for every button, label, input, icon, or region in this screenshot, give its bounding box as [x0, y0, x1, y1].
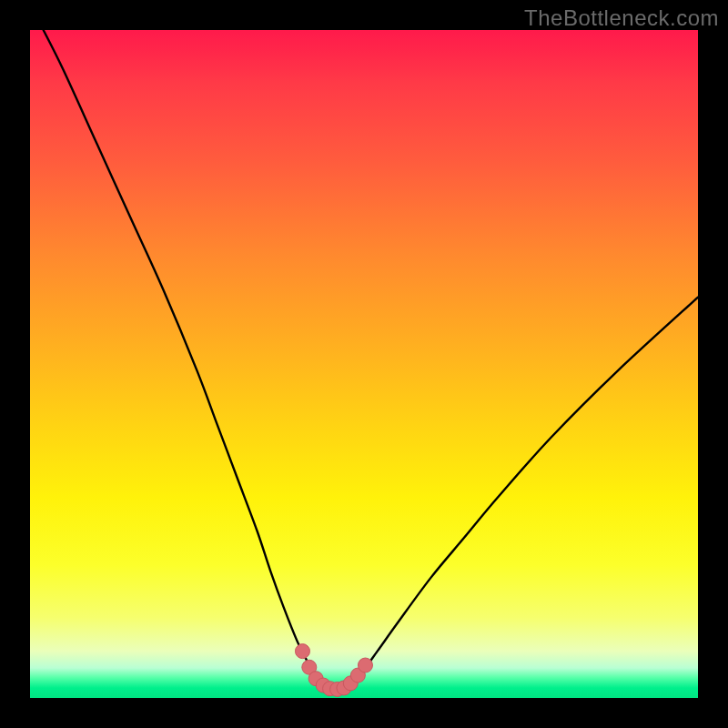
trough-marker: [295, 644, 309, 659]
plot-area: [30, 30, 698, 698]
bottleneck-curve-svg: [30, 30, 698, 698]
bottleneck-curve: [44, 30, 698, 691]
trough-marker: [358, 658, 372, 672]
watermark-text: TheBottleneck.com: [524, 5, 719, 31]
trough-markers: [295, 644, 372, 697]
chart-frame: TheBottleneck.com: [0, 0, 728, 728]
